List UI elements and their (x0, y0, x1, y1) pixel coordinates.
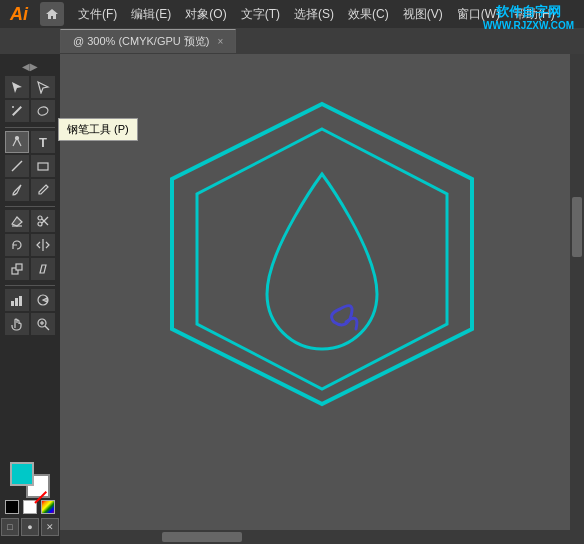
svg-line-19 (45, 326, 49, 330)
svg-rect-14 (11, 301, 14, 306)
rect-tool[interactable] (31, 155, 55, 177)
menu-window[interactable]: 窗口(W) (451, 4, 506, 25)
paintbrush-tool[interactable] (5, 179, 29, 201)
foreground-color-box[interactable] (10, 462, 34, 486)
artwork-svg (92, 74, 552, 524)
svg-rect-16 (19, 296, 22, 306)
black-white-reset[interactable] (5, 500, 19, 514)
separator-3 (5, 285, 55, 286)
none-color[interactable] (23, 500, 37, 514)
menu-view[interactable]: 视图(V) (397, 4, 449, 25)
color-gradient[interactable] (41, 500, 55, 514)
menu-help[interactable]: 帮助(H) (508, 4, 561, 25)
svg-rect-13 (16, 264, 22, 270)
tab-close-button[interactable]: × (217, 36, 223, 47)
scrollbar-corner (570, 530, 584, 544)
tool-row-select (0, 76, 60, 98)
horizontal-scrollbar-thumb[interactable] (162, 532, 242, 542)
tab-bar: @ 300% (CMYK/GPU 预览) × (0, 28, 584, 54)
svg-point-7 (38, 222, 42, 226)
svg-point-2 (37, 106, 49, 117)
menu-bar: Ai 文件(F) 编辑(E) 对象(O) 文字(T) 选择(S) 效果(C) 视… (0, 0, 584, 28)
home-button[interactable] (40, 2, 64, 26)
eraser-tool[interactable] (5, 210, 29, 232)
type-tool[interactable]: T (31, 131, 55, 153)
direct-select-tool[interactable] (31, 76, 55, 98)
pen-tool[interactable] (5, 131, 29, 153)
vertical-scrollbar-thumb[interactable] (572, 197, 582, 257)
svg-marker-22 (172, 104, 472, 404)
scissors-tool[interactable] (31, 210, 55, 232)
left-toolbar: ◀▶ T (0, 54, 60, 544)
svg-line-4 (12, 161, 22, 171)
color-section: □ ● ✕ (0, 458, 63, 540)
menu-file[interactable]: 文件(F) (72, 4, 123, 25)
reflect-tool[interactable] (31, 234, 55, 256)
svg-point-8 (38, 216, 42, 220)
select-tool[interactable] (5, 76, 29, 98)
tool-row-rotate (0, 234, 60, 256)
separator-2 (5, 206, 55, 207)
zoom-tool[interactable] (31, 313, 55, 335)
menu-effect[interactable]: 效果(C) (342, 4, 395, 25)
hand-tool[interactable] (5, 313, 29, 335)
scale-tool[interactable] (5, 258, 29, 280)
tool-row-hand (0, 313, 60, 335)
svg-point-1 (12, 106, 14, 108)
rotate-tool[interactable] (5, 234, 29, 256)
vertical-scrollbar[interactable] (570, 54, 584, 530)
tab-label: @ 300% (CMYK/GPU 预览) (73, 34, 209, 49)
artwork-canvas (92, 74, 552, 524)
canvas-area (60, 54, 584, 544)
canvas-background (80, 74, 564, 524)
toolbar-collapse[interactable]: ◀▶ (0, 58, 60, 74)
separator-1 (5, 127, 55, 128)
tool-row-line (0, 155, 60, 177)
menu-edit[interactable]: 编辑(E) (125, 4, 177, 25)
menu-object[interactable]: 对象(O) (179, 4, 232, 25)
fill-none-mode[interactable]: □ (1, 518, 19, 536)
tool-row-magic (0, 100, 60, 122)
line-tool[interactable] (5, 155, 29, 177)
tool-row-pen: T (0, 131, 60, 153)
main-area: ◀▶ T (0, 54, 584, 544)
svg-rect-5 (38, 163, 48, 170)
pencil-tool[interactable] (31, 179, 55, 201)
menu-select[interactable]: 选择(S) (288, 4, 340, 25)
color-mode-row: □ ● ✕ (1, 518, 59, 536)
tool-row-scale (0, 258, 60, 280)
fill-gradient-mode[interactable]: ✕ (41, 518, 59, 536)
menu-text[interactable]: 文字(T) (235, 4, 286, 25)
app-logo: Ai (4, 0, 34, 28)
horizontal-scrollbar[interactable] (60, 530, 570, 544)
lasso-tool[interactable] (31, 100, 55, 122)
shear-tool[interactable] (31, 258, 55, 280)
document-tab[interactable]: @ 300% (CMYK/GPU 预览) × (60, 29, 236, 53)
tool-row-eraser (0, 210, 60, 232)
chart-tool[interactable] (31, 289, 55, 311)
svg-rect-15 (15, 298, 18, 306)
svg-point-3 (16, 137, 19, 140)
fill-color-mode[interactable]: ● (21, 518, 39, 536)
color-reset-row (5, 500, 55, 514)
tool-row-graph (0, 289, 60, 311)
magic-wand-tool[interactable] (5, 100, 29, 122)
tool-row-brush (0, 179, 60, 201)
graph-tool[interactable] (5, 289, 29, 311)
